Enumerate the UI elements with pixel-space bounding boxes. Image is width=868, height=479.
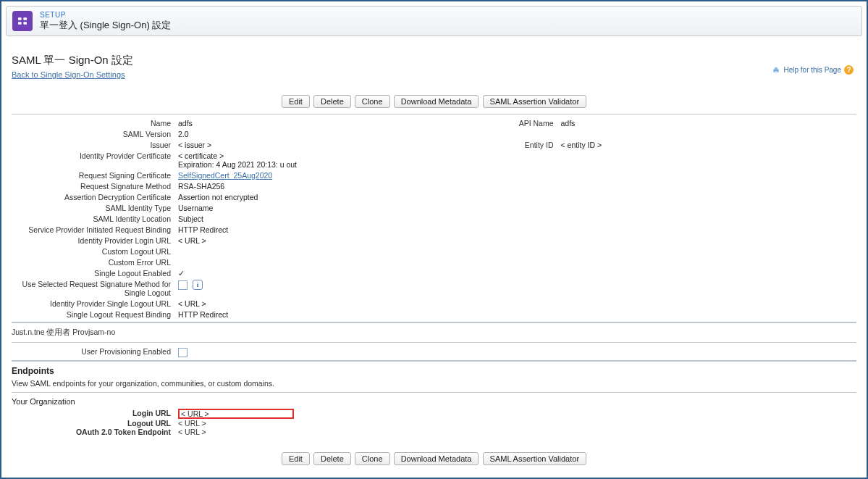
saml-assertion-validator-button[interactable]: SAML Assertion Validator bbox=[483, 95, 587, 108]
endpoints-heading: Endpoints bbox=[12, 366, 856, 376]
label-custom-error-url: Custom Error URL bbox=[12, 258, 178, 267]
value-api-name: adfs bbox=[561, 119, 857, 128]
value-use-selected-sig: i bbox=[178, 280, 474, 297]
request-signing-cert-link[interactable]: SelfSignedCert_25Aug2020 bbox=[178, 171, 272, 180]
your-organization-heading: Your Organization bbox=[12, 397, 856, 406]
label-name: Name bbox=[12, 119, 178, 128]
svg-rect-3 bbox=[23, 22, 27, 24]
value-idp-slo-url: < URL > bbox=[178, 299, 474, 308]
svg-rect-2 bbox=[18, 22, 22, 24]
label-login-url: Login URL bbox=[12, 409, 178, 419]
button-bar-bottom: Edit Delete Clone Download Metadata SAML… bbox=[12, 452, 856, 465]
value-entity-id: < entity ID > bbox=[561, 141, 857, 149]
download-metadata-button[interactable]: Download Metadata bbox=[394, 95, 479, 108]
setup-title: 單一登入 (Single Sign-On) 設定 bbox=[40, 20, 171, 31]
edit-button[interactable]: Edit bbox=[282, 95, 310, 108]
divider bbox=[12, 322, 856, 323]
label-use-selected-sig: Use Selected Request Signature Method fo… bbox=[12, 280, 178, 297]
value-req-sig-method: RSA-SHA256 bbox=[178, 182, 474, 191]
endpoints-desc: View SAML endpoints for your organizatio… bbox=[12, 379, 856, 388]
divider bbox=[12, 392, 856, 393]
value-logout-url: < URL > bbox=[178, 419, 856, 428]
label-idp-login-url: Identity Provider Login URL bbox=[12, 236, 178, 245]
checkbox-unchecked-icon bbox=[178, 280, 187, 290]
value-sp-binding: HTTP Redirect bbox=[178, 225, 474, 234]
edit-button[interactable]: Edit bbox=[282, 452, 310, 465]
label-user-provisioning-enabled: User Provisioning Enabled bbox=[12, 347, 178, 357]
value-name: adfs bbox=[178, 119, 474, 128]
delete-button[interactable]: Delete bbox=[313, 452, 351, 465]
value-saml-id-type: Username bbox=[178, 204, 474, 212]
label-issuer: Issuer bbox=[12, 141, 178, 149]
label-sp-binding: Service Provider Initiated Request Bindi… bbox=[12, 225, 178, 234]
svg-rect-1 bbox=[23, 17, 27, 20]
svg-rect-5 bbox=[775, 67, 778, 70]
label-api-name: API Name bbox=[474, 119, 561, 128]
label-custom-logout-url: Custom Logout URL bbox=[12, 247, 178, 256]
label-req-sig-method: Request Signature Method bbox=[12, 182, 178, 191]
value-saml-version: 2.0 bbox=[178, 130, 474, 138]
printer-icon bbox=[771, 66, 781, 75]
label-single-logout-enabled: Single Logout Enabled bbox=[12, 269, 178, 278]
svg-rect-6 bbox=[775, 71, 778, 73]
help-link-text: Help for this Page bbox=[784, 66, 842, 74]
page-title: SAML 單一 Sign-On 設定 bbox=[12, 54, 856, 67]
value-custom-logout-url bbox=[178, 247, 474, 256]
value-oauth-endpoint: < URL > bbox=[178, 428, 856, 436]
saml-assertion-validator-button[interactable]: SAML Assertion Validator bbox=[483, 452, 587, 465]
setup-header: SETUP 單一登入 (Single Sign-On) 設定 bbox=[6, 6, 862, 36]
info-icon[interactable]: i bbox=[193, 280, 203, 290]
label-saml-id-loc: SAML Identity Location bbox=[12, 214, 178, 223]
clone-button[interactable]: Clone bbox=[355, 95, 390, 108]
back-to-sso-settings-link[interactable]: Back to Single Sign-On Settings bbox=[12, 70, 125, 79]
label-slo-binding: Single Logout Request Binding bbox=[12, 310, 178, 319]
value-idp-login-url: < URL > bbox=[178, 236, 474, 245]
value-custom-error-url bbox=[178, 258, 474, 267]
provisioning-section-label: Just.n.tne 使用者 Provjsam-no bbox=[12, 328, 856, 338]
value-issuer: < issuer > bbox=[178, 141, 474, 149]
value-login-url-highlighted: < URL > bbox=[178, 409, 294, 419]
label-logout-url: Logout URL bbox=[12, 419, 178, 428]
divider bbox=[12, 114, 856, 114]
divider bbox=[12, 342, 856, 343]
svg-rect-0 bbox=[18, 17, 22, 20]
label-idp-slo-url: Identity Provider Single Logout URL bbox=[12, 299, 178, 308]
sso-app-icon bbox=[12, 11, 33, 31]
value-slo-binding: HTTP Redirect bbox=[178, 310, 474, 319]
checkbox-unchecked-icon bbox=[178, 348, 187, 357]
label-saml-version: SAML Version bbox=[12, 130, 178, 138]
download-metadata-button[interactable]: Download Metadata bbox=[394, 452, 479, 465]
label-idp-cert: Identity Provider Certificate bbox=[12, 151, 178, 169]
divider bbox=[12, 360, 856, 362]
delete-button[interactable]: Delete bbox=[313, 95, 351, 108]
label-req-sign-cert: Request Signing Certificate bbox=[12, 171, 178, 180]
saml-settings-grid: Name adfs API Name adfs SAML Version 2.0… bbox=[12, 119, 856, 319]
value-idp-cert: < certificate > Expiration: 4 Aug 2021 2… bbox=[178, 151, 474, 169]
setup-label: SETUP bbox=[40, 11, 171, 20]
help-for-page[interactable]: Help for this Page ? bbox=[771, 65, 854, 75]
value-single-logout-enabled: ✓ bbox=[178, 269, 474, 278]
label-assert-decrypt-cert: Assertion Decryption Certificate bbox=[12, 193, 178, 201]
help-icon: ? bbox=[844, 65, 854, 75]
label-entity-id: Entity ID bbox=[474, 141, 561, 149]
login-url-row: Login URL < URL > bbox=[12, 409, 856, 419]
clone-button[interactable]: Clone bbox=[355, 452, 390, 465]
value-saml-id-loc: Subject bbox=[178, 214, 474, 223]
button-bar-top: Edit Delete Clone Download Metadata SAML… bbox=[12, 95, 856, 108]
label-oauth-endpoint: OAuth 2.0 Token Endpoint bbox=[12, 428, 178, 436]
value-assert-decrypt-cert: Assertion not encrypted bbox=[178, 193, 474, 201]
label-saml-id-type: SAML Identity Type bbox=[12, 204, 178, 212]
